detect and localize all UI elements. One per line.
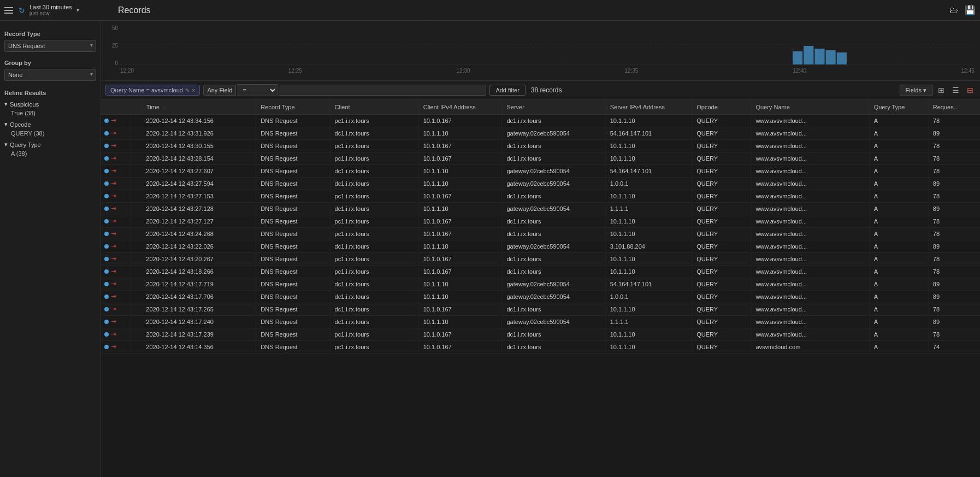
table-row[interactable]: ⇥2020-12-14 12:43:28.154DNS Requestpc1.i… — [101, 152, 980, 165]
field-select[interactable]: Any Field — [203, 85, 236, 96]
cell-client_ip: 10.1.1.10 — [418, 127, 502, 140]
col-request[interactable]: Reques... — [928, 100, 980, 115]
cell-request: 89 — [928, 178, 980, 190]
save-button[interactable]: 💾 — [965, 5, 976, 15]
suspicious-true-item[interactable]: True (38) — [4, 110, 96, 116]
cell-server: gateway.02cebc590054 — [502, 291, 605, 303]
col-client[interactable]: Client — [330, 100, 418, 115]
cell-server: gateway.02cebc590054 — [502, 278, 605, 291]
time-info[interactable]: Last 30 minutes just now — [29, 4, 72, 16]
suspicious-header[interactable]: ▾ Suspicious — [4, 101, 96, 108]
cell-client: pc1.i.rx.tours — [330, 341, 418, 354]
row-dot-icon — [104, 307, 109, 311]
col-query-type[interactable]: Query Type — [869, 100, 928, 115]
table-row[interactable]: ⇥2020-12-14 12:43:27.607DNS Requestdc1.i… — [101, 165, 980, 178]
col-time[interactable]: Time ↓ — [141, 100, 256, 115]
cell-record_type: DNS Request — [256, 303, 330, 316]
cell-record_type: DNS Request — [256, 190, 330, 203]
table-row[interactable]: ⇥2020-12-14 12:43:27.128DNS Requestdc1.i… — [101, 203, 980, 215]
cell-record_type: DNS Request — [256, 140, 330, 152]
fields-button[interactable]: Fields ▾ — [900, 85, 932, 96]
col-server[interactable]: Server — [502, 100, 605, 115]
table-row[interactable]: ⇥2020-12-14 12:43:30.155DNS Requestpc1.i… — [101, 140, 980, 152]
cell-record_type: DNS Request — [256, 165, 330, 178]
cell-server: gateway.02cebc590054 — [502, 203, 605, 215]
filter-edit-icon[interactable]: ✎ — [185, 87, 190, 93]
row-dot-icon — [104, 282, 109, 286]
cell-record_type: DNS Request — [256, 203, 330, 215]
cell-time: 2020-12-14 12:43:20.267 — [141, 253, 256, 266]
table-row[interactable]: ⇥2020-12-14 12:43:27.594DNS Requestdc1.i… — [101, 178, 980, 190]
table-row[interactable]: ⇥2020-12-14 12:43:14.356DNS Requestpc1.i… — [101, 341, 980, 354]
cell-query_name: www.avsvmcloud... — [751, 228, 869, 240]
cell-client_ip: 10.1.1.10 — [418, 278, 502, 291]
table-row[interactable]: ⇥2020-12-14 12:43:17.265DNS Requestdc1.i… — [101, 303, 980, 316]
row-arrow-icon: ⇥ — [111, 180, 116, 187]
cell-query_type: A — [869, 341, 928, 354]
row-dot-icon — [104, 194, 109, 198]
col-record-type[interactable]: Record Type — [256, 100, 330, 115]
cell-record_type: DNS Request — [256, 240, 330, 253]
record-type-label: Record Type — [4, 31, 96, 37]
cell-time: 2020-12-14 12:43:22.026 — [141, 240, 256, 253]
table-row[interactable]: ⇥2020-12-14 12:43:24.268DNS Requestpc1.i… — [101, 228, 980, 240]
sidebar-collapse-handle[interactable]: ‹ — [101, 238, 101, 260]
row-dot-icon — [104, 320, 109, 324]
menu-icon[interactable] — [4, 5, 14, 15]
active-filter-tag[interactable]: Query Name = avsvmcloud ✎ × — [105, 85, 200, 96]
cell-query_type: A — [869, 127, 928, 140]
table-row[interactable]: ⇥2020-12-14 12:43:17.719DNS Requestdc1.i… — [101, 278, 980, 291]
record-type-select[interactable]: DNS Request DNS Response All — [4, 40, 96, 52]
time-chevron-icon[interactable]: ▾ — [76, 7, 79, 13]
cell-server: dc1.i.rx.tours — [502, 190, 605, 203]
cell-server_ip: 10.1.1.10 — [605, 266, 692, 278]
table-row[interactable]: ⇥2020-12-14 12:43:17.239DNS Requestpc1.i… — [101, 328, 980, 341]
query-type-header[interactable]: ▾ Query Type — [4, 141, 96, 148]
filter-input[interactable] — [279, 85, 486, 96]
cell-server_ip: 10.1.1.10 — [605, 215, 692, 228]
table-row[interactable]: ⇥2020-12-14 12:43:34.156DNS Requestpc1.i… — [101, 115, 980, 127]
cell-client_ip: 10.1.0.167 — [418, 303, 502, 316]
query-type-a-item[interactable]: A (38) — [4, 150, 96, 157]
folder-button[interactable]: 🗁 — [949, 5, 958, 15]
operator-select[interactable]: = != contains — [237, 84, 278, 96]
cell-record_type: DNS Request — [256, 152, 330, 165]
col-opcode[interactable]: Opcode — [692, 100, 751, 115]
table-row[interactable]: ⇥2020-12-14 12:43:20.267DNS Requestpc1.i… — [101, 253, 980, 266]
table-row[interactable]: ⇥2020-12-14 12:43:17.240DNS Requestdc1.i… — [101, 316, 980, 328]
chart-area: 50 25 0 12:20 — [101, 21, 980, 81]
col-query-name[interactable]: Query Name — [751, 100, 869, 115]
filter-close-icon[interactable]: × — [192, 87, 195, 93]
row-arrow-icon: ⇥ — [111, 155, 116, 162]
table-row[interactable]: ⇥2020-12-14 12:43:17.706DNS Requestdc1.i… — [101, 291, 980, 303]
cell-request: 78 — [928, 328, 980, 341]
row-icons: ⇥ — [101, 203, 131, 214]
cell-opcode: QUERY — [692, 152, 751, 165]
table-row[interactable]: ⇥2020-12-14 12:43:31.926DNS Requestdc1.i… — [101, 127, 980, 140]
cell-server: gateway.02cebc590054 — [502, 316, 605, 328]
opcode-query-item[interactable]: QUERY (38) — [4, 130, 96, 137]
grid-view-button[interactable]: ⊞ — [936, 85, 947, 96]
cell-query_type: A — [869, 152, 928, 165]
add-filter-button[interactable]: Add filter — [489, 85, 525, 96]
opcode-header[interactable]: ▾ Opcode — [4, 121, 96, 128]
cell-query_type: A — [869, 316, 928, 328]
table-row[interactable]: ⇥2020-12-14 12:43:27.127DNS Requestpc1.i… — [101, 215, 980, 228]
col-server-ip[interactable]: Server IPv4 Address — [605, 100, 692, 115]
row-icons: ⇥ — [101, 190, 131, 202]
row-arrow-icon: ⇥ — [111, 280, 116, 287]
col-client-ip[interactable]: Client IPv4 Address — [418, 100, 502, 115]
cell-time: 2020-12-14 12:43:17.719 — [141, 278, 256, 291]
table-row[interactable]: ⇥2020-12-14 12:43:18.266DNS Requestpc1.i… — [101, 266, 980, 278]
list-view-button[interactable]: ☰ — [950, 85, 961, 96]
cell-request: 78 — [928, 152, 980, 165]
refresh-icon[interactable]: ↻ — [19, 6, 25, 15]
table-row[interactable]: ⇥2020-12-14 12:43:27.153DNS Requestpc1.i… — [101, 190, 980, 203]
group-by-select[interactable]: None Client Server Query Name — [4, 69, 96, 81]
cell-client_ip: 10.1.0.167 — [418, 215, 502, 228]
top-bar-right: 🗁 💾 — [949, 5, 976, 15]
filter-toggle-button[interactable]: ⊟ — [965, 85, 976, 96]
table-row[interactable]: ⇥2020-12-14 12:43:22.026DNS Requestdc1.i… — [101, 240, 980, 253]
row-icons: ⇥ — [101, 291, 131, 302]
row-icons: ⇥ — [101, 253, 131, 264]
